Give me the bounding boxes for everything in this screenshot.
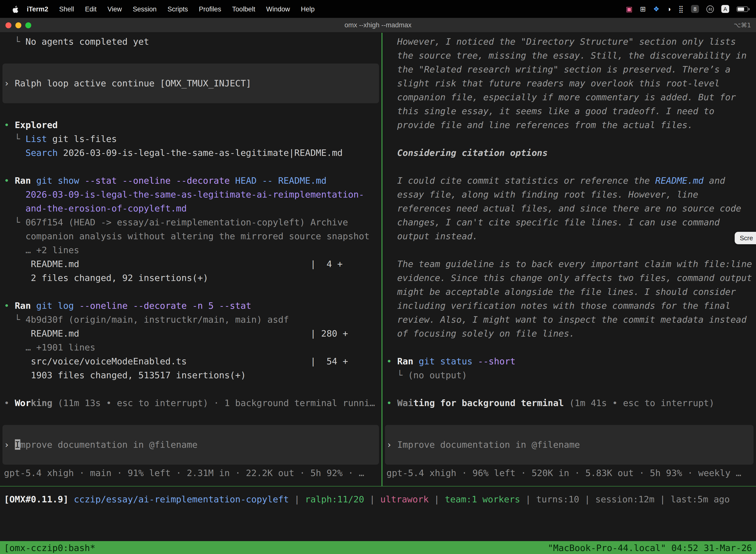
right-prompt-input[interactable]: › Improve documentation in @filename: [385, 425, 754, 465]
apple-menu-icon[interactable]: [9, 5, 21, 13]
menu-item-iterm2[interactable]: iTerm2: [21, 5, 54, 13]
text-segment: git ls-files: [47, 133, 117, 144]
text-segment: essay file, along with finding root file…: [386, 189, 698, 200]
text-segment: Ran: [15, 300, 31, 311]
terminal-line: of focusing solely on file lines.: [382, 327, 756, 340]
text-segment: last:5m ago: [671, 494, 730, 504]
menu-items: iTerm2ShellEditViewSessionScriptsProfile…: [21, 5, 320, 13]
text-segment: └: [4, 36, 25, 47]
text-segment: this single essay, it seems like a good …: [386, 106, 714, 116]
text-segment: •: [386, 398, 397, 408]
input-source-icon[interactable]: A: [721, 5, 729, 13]
keycap-8-icon[interactable]: 8: [691, 5, 699, 13]
pane-bottom-border: [0, 486, 756, 487]
terminal-line: └ No agents completed yet: [0, 35, 381, 49]
text-segment: cczip/essay/ai-reimplementation-copyleft: [74, 494, 289, 504]
text-segment: [OMX#0.11.9]: [4, 494, 74, 504]
terminal-line: └ 067f154 (HEAD -> essay/ai-reimplementa…: [0, 215, 381, 229]
menu-item-profiles[interactable]: Profiles: [193, 5, 227, 13]
text-segment: and: [704, 175, 725, 186]
text-segment: changes, I can't cite specific file line…: [386, 217, 720, 227]
menu-item-window[interactable]: Window: [261, 5, 296, 13]
text-segment: (1m 41s • esc to interrupt): [564, 398, 714, 408]
contrast-circle-icon[interactable]: ◑: [667, 5, 671, 12]
terminal-line: 1903 files changed, 513517 insertions(+): [0, 368, 381, 382]
terminal-line: [382, 340, 756, 354]
text-segment: companion file, especially if more comme…: [386, 92, 736, 102]
terminal-line: src/voice/voiceModeEnabled.ts | 54 +: [0, 354, 381, 368]
text-segment: ›: [4, 439, 15, 450]
menu-item-toolbelt[interactable]: Toolbelt: [227, 5, 261, 13]
text-segment: └ (no output): [386, 370, 467, 380]
terminal-line: I could cite commit statistics or refere…: [382, 174, 756, 188]
text-segment: the "Related research writing" section i…: [386, 64, 731, 74]
text-segment: Ran: [15, 175, 31, 186]
screen-share-pill[interactable]: Scre: [735, 232, 756, 244]
text-segment: Explored: [15, 120, 58, 130]
menu-item-help[interactable]: Help: [296, 5, 320, 13]
text-segment: Ralph loop active continue [OMX_TMUX_INJ…: [15, 78, 251, 88]
terminal-line: › Improve documentation in @filename: [2, 438, 197, 452]
text-segment: README.md | 4 +: [4, 259, 342, 269]
text-segment: •: [4, 300, 15, 311]
window-grid-icon[interactable]: ⊞: [640, 5, 646, 12]
terminal-line: › Improve documentation in @filename: [385, 438, 580, 452]
menu-item-session[interactable]: Session: [127, 5, 162, 13]
battery-icon[interactable]: [737, 6, 748, 12]
text-segment: |: [429, 494, 445, 504]
left-prompt-input[interactable]: › Improve documentation in @filename: [2, 425, 379, 465]
text-segment: •: [386, 356, 397, 366]
terminal-line: 2026-03-09-is-legal-the-same-as-legitima…: [0, 188, 381, 202]
text-segment: provide file and line references from th…: [386, 120, 693, 130]
terminal-line: … +2 lines: [0, 243, 381, 257]
text-segment: … +2 lines: [4, 245, 79, 255]
right-terminal-pane[interactable]: However, I noticed the "Directory Struct…: [381, 33, 756, 486]
terminal-line: gpt-5.4 xhigh · 96% left · 520K in · 5.8…: [382, 466, 756, 480]
text-segment: └ 067f154 (HEAD -> essay/ai-reimplementa…: [4, 217, 348, 227]
terminal-line: gpt-5.4 xhigh · main · 91% left · 2.31M …: [0, 466, 381, 480]
text-segment: I: [15, 439, 20, 450]
text-segment: slight risk that future readers may over…: [386, 78, 720, 88]
terminal-line: README.md | 280 +: [0, 327, 381, 340]
spacer: [0, 103, 381, 118]
menu-item-view[interactable]: View: [102, 5, 127, 13]
text-segment: README.md: [655, 175, 704, 186]
text-segment: •: [4, 120, 15, 130]
terminal-line: • Explored: [0, 118, 381, 132]
terminal-line: [0, 160, 381, 174]
text-segment: team:1 workers: [445, 494, 520, 504]
text-segment: git status: [413, 356, 472, 366]
text-segment: … +1901 lines: [4, 342, 95, 352]
blue-app-icon[interactable]: ❖: [653, 5, 659, 12]
terminal-line: including verification notes with those …: [382, 299, 756, 313]
dots-grid-icon[interactable]: ⣿: [678, 5, 684, 12]
text-segment: gpt-5.4 xhigh · main · 91% left · 2.31M …: [4, 467, 364, 478]
terminal-line: › Ralph loop active continue [OMX_TMUX_I…: [2, 76, 251, 90]
left-terminal-pane[interactable]: └ No agents completed yet› Ralph loop ac…: [0, 33, 381, 486]
terminal-line: • Waiting for background terminal (1m 41…: [382, 396, 756, 410]
spacer: [0, 49, 381, 63]
text-segment: |: [579, 494, 595, 504]
screen-recording-icon[interactable]: ▣: [626, 5, 632, 12]
terminal-line: [0, 382, 381, 396]
text-segment: mprove documentation in @filename: [20, 439, 197, 450]
menu-item-edit[interactable]: Edit: [80, 5, 102, 13]
text-segment: companion analysis without altering the …: [4, 231, 370, 241]
text-segment: review. Also, I might want to inspect th…: [386, 314, 747, 325]
terminal-line: companion analysis without altering the …: [0, 229, 381, 243]
menu-item-scripts[interactable]: Scripts: [162, 5, 193, 13]
text-segment: king: [31, 398, 52, 408]
text-segment: the source tree, missing the essay. Stil…: [386, 50, 747, 61]
gauge-61-icon[interactable]: .61: [706, 5, 714, 13]
text-segment: git log: [31, 300, 74, 311]
terminal-line: [382, 382, 756, 396]
terminal-line: this single essay, it seems like a good …: [382, 104, 756, 118]
tmux-session-name: [omx-cczip0:bash*: [4, 542, 95, 553]
terminal-line: [382, 160, 756, 174]
terminal-line: might be acceptable alongside the file l…: [382, 285, 756, 299]
terminal-line: [382, 132, 756, 146]
terminal-line: └ 4b9d30f (origin/main, instructkr/main,…: [0, 313, 381, 327]
terminal-line: The team guideline is to back every impo…: [382, 257, 756, 271]
menu-item-shell[interactable]: Shell: [54, 5, 80, 13]
terminal-line: However, I noticed the "Directory Struct…: [382, 35, 756, 49]
